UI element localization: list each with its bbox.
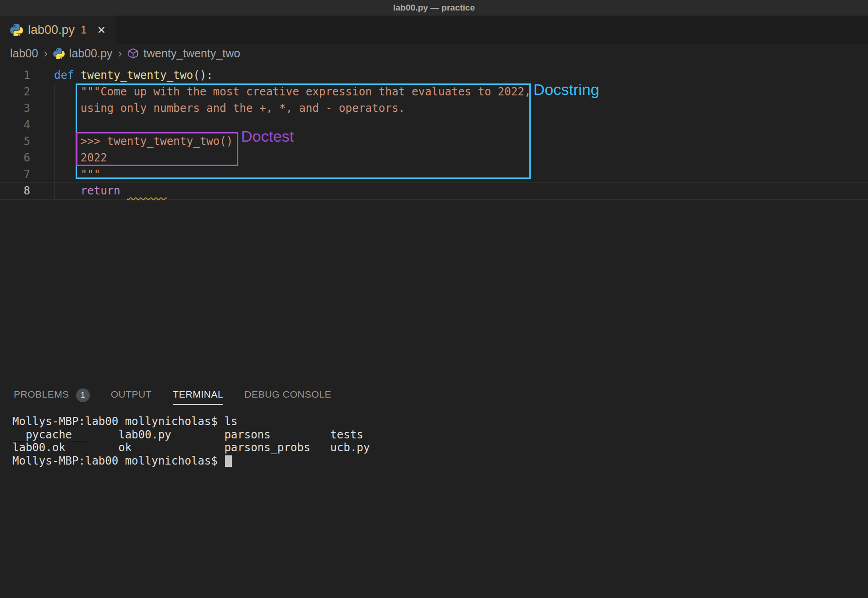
terminal-line: __pycache__ lab00.py parsons tests: [12, 428, 868, 442]
code-token: twenty_twenty_two: [81, 69, 193, 82]
problems-count-badge: 1: [76, 388, 90, 402]
breadcrumb-item[interactable]: twenty_twenty_two: [143, 47, 240, 60]
tab-modified-badge: 1: [81, 23, 87, 36]
tab-lab00py[interactable]: lab00.py 1 ×: [0, 16, 115, 44]
terminal-cursor: [225, 455, 232, 467]
vscode-window: lab00.py — practice lab00.py 1 × lab00› …: [0, 0, 868, 598]
window-title: lab00.py — practice: [393, 3, 475, 13]
code-token: return: [81, 184, 121, 197]
code-editor[interactable]: 1def twenty_twenty_two():2 """Come up wi…: [0, 62, 868, 380]
code-text: using only numbers and the +, *, and - o…: [54, 100, 405, 116]
code-token: ():: [193, 69, 213, 82]
code-token: """Come up with the most creative expres…: [54, 85, 531, 98]
code-text: 2022: [54, 150, 107, 166]
code-line[interactable]: 3 using only numbers and the +, *, and -…: [0, 100, 868, 116]
python-icon: [10, 23, 23, 36]
tab-bar: lab00.py 1 ×: [0, 16, 868, 44]
docstring-annotation-label: Docstring: [533, 81, 599, 99]
code-text: """: [54, 166, 100, 183]
panel-tab-terminal[interactable]: TERMINAL: [173, 389, 223, 405]
terminal-text: Mollys-MBP:lab00 mollynicholas$: [12, 454, 224, 467]
panel-tab-label: DEBUG CONSOLE: [244, 389, 331, 405]
line-number: 7: [0, 166, 54, 183]
tab-close-button[interactable]: ×: [97, 23, 105, 37]
terminal[interactable]: Mollys-MBP:lab00 mollynicholas$ ls__pyca…: [0, 413, 868, 467]
terminal-line: Mollys-MBP:lab00 mollynicholas$ ls: [12, 415, 868, 428]
code-text: """Come up with the most creative expres…: [54, 83, 531, 100]
terminal-text: __pycache__ lab00.py parsons tests: [12, 428, 363, 441]
titlebar: lab00.py — practice: [0, 0, 868, 16]
line-number: 4: [0, 116, 54, 133]
code-line[interactable]: 7 """: [0, 166, 868, 183]
bottom-panel: PROBLEMS1OUTPUTTERMINALDEBUG CONSOLE Mol…: [0, 380, 868, 598]
panel-tab-debug-console[interactable]: DEBUG CONSOLE: [244, 389, 331, 405]
breadcrumb-separator: ›: [118, 46, 122, 61]
code-token: """: [54, 168, 100, 181]
doctest-annotation-label: Doctest: [241, 127, 294, 145]
code-token: using only numbers and the +, *, and - o…: [54, 102, 405, 115]
line-number: 1: [0, 67, 54, 83]
code-text: return: [54, 183, 167, 199]
code-line[interactable]: 5 >>> twenty_twenty_two(): [0, 133, 868, 150]
panel-tab-output[interactable]: OUTPUT: [111, 389, 152, 405]
terminal-line: lab00.ok ok parsons_probs ucb.py: [12, 441, 868, 454]
indent-guide: [54, 83, 55, 199]
code-line[interactable]: 4: [0, 116, 868, 133]
code-token: >>> twenty_twenty_two(): [54, 135, 233, 148]
python-icon: [53, 48, 65, 59]
breadcrumb-item[interactable]: lab00: [10, 47, 38, 60]
editor-lines: 1def twenty_twenty_two():2 """Come up wi…: [0, 67, 868, 199]
symbol-cube-icon: [127, 48, 139, 59]
code-token: [74, 69, 80, 82]
line-number: 5: [0, 133, 54, 150]
code-token: 2022: [54, 151, 107, 164]
warning-squiggle: [127, 184, 167, 197]
line-number: 3: [0, 100, 54, 116]
panel-tab-label: OUTPUT: [111, 389, 152, 405]
panel-tab-problems[interactable]: PROBLEMS1: [14, 388, 90, 405]
code-line[interactable]: 6 2022: [0, 150, 868, 166]
line-number: 2: [0, 83, 54, 100]
code-token: def: [54, 69, 74, 82]
breadcrumb-item[interactable]: lab00.py: [69, 47, 113, 60]
code-line[interactable]: 2 """Come up with the most creative expr…: [0, 83, 868, 100]
panel-tabs: PROBLEMS1OUTPUTTERMINALDEBUG CONSOLE: [0, 380, 868, 413]
code-text: def twenty_twenty_two():: [54, 67, 213, 83]
code-token: [54, 184, 81, 197]
panel-tab-label: PROBLEMS: [14, 389, 69, 405]
panel-tab-label: TERMINAL: [173, 389, 223, 405]
terminal-text: lab00.ok ok parsons_probs ucb.py: [12, 441, 370, 454]
line-number: 6: [0, 150, 54, 166]
code-line[interactable]: 8 return: [0, 183, 868, 199]
code-line[interactable]: 1def twenty_twenty_two():: [0, 67, 868, 83]
terminal-text: Mollys-MBP:lab00 mollynicholas$ ls: [12, 415, 237, 428]
line-number: 8: [0, 183, 54, 199]
breadcrumb-separator: ›: [44, 46, 48, 61]
terminal-line: Mollys-MBP:lab00 mollynicholas$: [12, 454, 868, 468]
breadcrumb: lab00› lab00.py› twenty_twenty_two: [0, 44, 868, 62]
code-text: >>> twenty_twenty_two(): [54, 133, 233, 150]
code-token: [121, 184, 127, 197]
tab-label: lab00.py: [28, 23, 75, 37]
